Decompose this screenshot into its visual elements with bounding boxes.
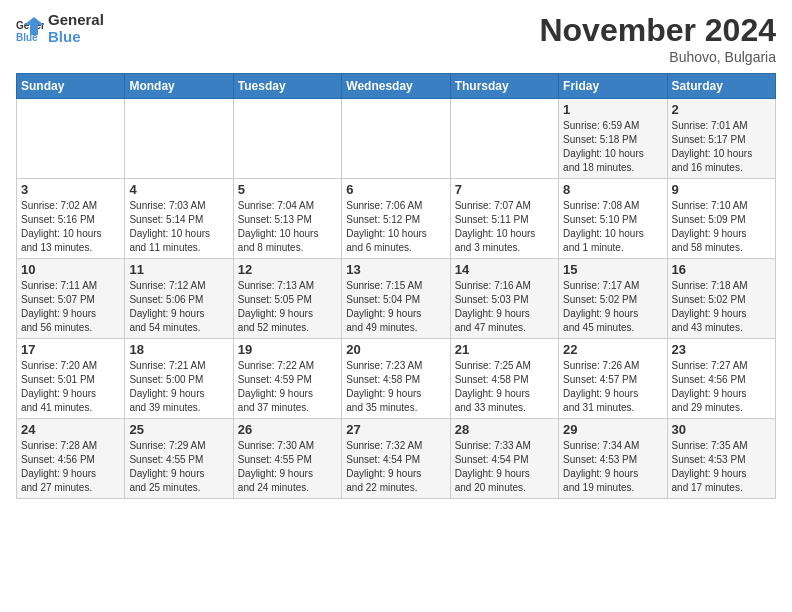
location: Buhovo, Bulgaria bbox=[539, 49, 776, 65]
calendar-cell: 1Sunrise: 6:59 AM Sunset: 5:18 PM Daylig… bbox=[559, 99, 667, 179]
calendar-cell: 13Sunrise: 7:15 AM Sunset: 5:04 PM Dayli… bbox=[342, 259, 450, 339]
day-info: Sunrise: 7:08 AM Sunset: 5:10 PM Dayligh… bbox=[563, 199, 662, 255]
calendar-table: Sunday Monday Tuesday Wednesday Thursday… bbox=[16, 73, 776, 499]
col-sunday: Sunday bbox=[17, 74, 125, 99]
day-info: Sunrise: 7:02 AM Sunset: 5:16 PM Dayligh… bbox=[21, 199, 120, 255]
day-info: Sunrise: 7:15 AM Sunset: 5:04 PM Dayligh… bbox=[346, 279, 445, 335]
day-number: 26 bbox=[238, 422, 337, 437]
calendar-cell: 18Sunrise: 7:21 AM Sunset: 5:00 PM Dayli… bbox=[125, 339, 233, 419]
day-number: 3 bbox=[21, 182, 120, 197]
day-info: Sunrise: 7:10 AM Sunset: 5:09 PM Dayligh… bbox=[672, 199, 771, 255]
day-info: Sunrise: 7:28 AM Sunset: 4:56 PM Dayligh… bbox=[21, 439, 120, 495]
day-info: Sunrise: 7:25 AM Sunset: 4:58 PM Dayligh… bbox=[455, 359, 554, 415]
day-info: Sunrise: 7:07 AM Sunset: 5:11 PM Dayligh… bbox=[455, 199, 554, 255]
calendar-cell: 26Sunrise: 7:30 AM Sunset: 4:55 PM Dayli… bbox=[233, 419, 341, 499]
calendar-cell: 23Sunrise: 7:27 AM Sunset: 4:56 PM Dayli… bbox=[667, 339, 775, 419]
day-number: 9 bbox=[672, 182, 771, 197]
calendar-cell: 8Sunrise: 7:08 AM Sunset: 5:10 PM Daylig… bbox=[559, 179, 667, 259]
logo: General Blue General Blue bbox=[16, 12, 104, 45]
day-number: 27 bbox=[346, 422, 445, 437]
calendar-week-row: 10Sunrise: 7:11 AM Sunset: 5:07 PM Dayli… bbox=[17, 259, 776, 339]
logo-icon: General Blue bbox=[16, 15, 44, 43]
logo-line2: Blue bbox=[48, 29, 104, 46]
calendar-cell: 25Sunrise: 7:29 AM Sunset: 4:55 PM Dayli… bbox=[125, 419, 233, 499]
day-number: 30 bbox=[672, 422, 771, 437]
calendar-cell: 11Sunrise: 7:12 AM Sunset: 5:06 PM Dayli… bbox=[125, 259, 233, 339]
col-saturday: Saturday bbox=[667, 74, 775, 99]
col-wednesday: Wednesday bbox=[342, 74, 450, 99]
day-number: 20 bbox=[346, 342, 445, 357]
day-info: Sunrise: 7:35 AM Sunset: 4:53 PM Dayligh… bbox=[672, 439, 771, 495]
calendar-cell: 2Sunrise: 7:01 AM Sunset: 5:17 PM Daylig… bbox=[667, 99, 775, 179]
day-number: 11 bbox=[129, 262, 228, 277]
calendar-cell: 17Sunrise: 7:20 AM Sunset: 5:01 PM Dayli… bbox=[17, 339, 125, 419]
calendar-cell: 20Sunrise: 7:23 AM Sunset: 4:58 PM Dayli… bbox=[342, 339, 450, 419]
day-number: 7 bbox=[455, 182, 554, 197]
calendar-week-row: 3Sunrise: 7:02 AM Sunset: 5:16 PM Daylig… bbox=[17, 179, 776, 259]
day-info: Sunrise: 7:04 AM Sunset: 5:13 PM Dayligh… bbox=[238, 199, 337, 255]
calendar-cell: 27Sunrise: 7:32 AM Sunset: 4:54 PM Dayli… bbox=[342, 419, 450, 499]
calendar-cell: 29Sunrise: 7:34 AM Sunset: 4:53 PM Dayli… bbox=[559, 419, 667, 499]
day-number: 28 bbox=[455, 422, 554, 437]
col-tuesday: Tuesday bbox=[233, 74, 341, 99]
calendar-cell: 6Sunrise: 7:06 AM Sunset: 5:12 PM Daylig… bbox=[342, 179, 450, 259]
day-number: 6 bbox=[346, 182, 445, 197]
calendar-cell: 12Sunrise: 7:13 AM Sunset: 5:05 PM Dayli… bbox=[233, 259, 341, 339]
day-number: 15 bbox=[563, 262, 662, 277]
day-number: 24 bbox=[21, 422, 120, 437]
calendar-cell: 16Sunrise: 7:18 AM Sunset: 5:02 PM Dayli… bbox=[667, 259, 775, 339]
day-number: 18 bbox=[129, 342, 228, 357]
day-info: Sunrise: 7:20 AM Sunset: 5:01 PM Dayligh… bbox=[21, 359, 120, 415]
calendar-cell bbox=[342, 99, 450, 179]
day-info: Sunrise: 7:26 AM Sunset: 4:57 PM Dayligh… bbox=[563, 359, 662, 415]
col-monday: Monday bbox=[125, 74, 233, 99]
day-number: 19 bbox=[238, 342, 337, 357]
header: General Blue General Blue November 2024 … bbox=[16, 12, 776, 65]
calendar-week-row: 1Sunrise: 6:59 AM Sunset: 5:18 PM Daylig… bbox=[17, 99, 776, 179]
calendar-cell: 10Sunrise: 7:11 AM Sunset: 5:07 PM Dayli… bbox=[17, 259, 125, 339]
calendar-cell: 21Sunrise: 7:25 AM Sunset: 4:58 PM Dayli… bbox=[450, 339, 558, 419]
day-number: 16 bbox=[672, 262, 771, 277]
day-info: Sunrise: 7:23 AM Sunset: 4:58 PM Dayligh… bbox=[346, 359, 445, 415]
day-info: Sunrise: 7:16 AM Sunset: 5:03 PM Dayligh… bbox=[455, 279, 554, 335]
day-info: Sunrise: 7:32 AM Sunset: 4:54 PM Dayligh… bbox=[346, 439, 445, 495]
day-info: Sunrise: 7:18 AM Sunset: 5:02 PM Dayligh… bbox=[672, 279, 771, 335]
calendar-cell: 24Sunrise: 7:28 AM Sunset: 4:56 PM Dayli… bbox=[17, 419, 125, 499]
calendar-cell bbox=[125, 99, 233, 179]
day-number: 29 bbox=[563, 422, 662, 437]
day-info: Sunrise: 7:21 AM Sunset: 5:00 PM Dayligh… bbox=[129, 359, 228, 415]
calendar-week-row: 17Sunrise: 7:20 AM Sunset: 5:01 PM Dayli… bbox=[17, 339, 776, 419]
day-number: 5 bbox=[238, 182, 337, 197]
day-number: 8 bbox=[563, 182, 662, 197]
day-number: 22 bbox=[563, 342, 662, 357]
day-info: Sunrise: 7:17 AM Sunset: 5:02 PM Dayligh… bbox=[563, 279, 662, 335]
day-number: 17 bbox=[21, 342, 120, 357]
calendar-week-row: 24Sunrise: 7:28 AM Sunset: 4:56 PM Dayli… bbox=[17, 419, 776, 499]
calendar-cell: 5Sunrise: 7:04 AM Sunset: 5:13 PM Daylig… bbox=[233, 179, 341, 259]
day-info: Sunrise: 6:59 AM Sunset: 5:18 PM Dayligh… bbox=[563, 119, 662, 175]
page-container: General Blue General Blue November 2024 … bbox=[0, 0, 792, 507]
calendar-cell: 19Sunrise: 7:22 AM Sunset: 4:59 PM Dayli… bbox=[233, 339, 341, 419]
day-number: 4 bbox=[129, 182, 228, 197]
day-info: Sunrise: 7:11 AM Sunset: 5:07 PM Dayligh… bbox=[21, 279, 120, 335]
day-number: 13 bbox=[346, 262, 445, 277]
day-number: 1 bbox=[563, 102, 662, 117]
day-number: 25 bbox=[129, 422, 228, 437]
col-thursday: Thursday bbox=[450, 74, 558, 99]
calendar-cell: 15Sunrise: 7:17 AM Sunset: 5:02 PM Dayli… bbox=[559, 259, 667, 339]
day-number: 23 bbox=[672, 342, 771, 357]
day-info: Sunrise: 7:13 AM Sunset: 5:05 PM Dayligh… bbox=[238, 279, 337, 335]
logo-line1: General bbox=[48, 12, 104, 29]
day-info: Sunrise: 7:06 AM Sunset: 5:12 PM Dayligh… bbox=[346, 199, 445, 255]
day-info: Sunrise: 7:34 AM Sunset: 4:53 PM Dayligh… bbox=[563, 439, 662, 495]
calendar-cell: 3Sunrise: 7:02 AM Sunset: 5:16 PM Daylig… bbox=[17, 179, 125, 259]
day-number: 2 bbox=[672, 102, 771, 117]
calendar-header-row: Sunday Monday Tuesday Wednesday Thursday… bbox=[17, 74, 776, 99]
day-number: 21 bbox=[455, 342, 554, 357]
day-info: Sunrise: 7:12 AM Sunset: 5:06 PM Dayligh… bbox=[129, 279, 228, 335]
day-info: Sunrise: 7:01 AM Sunset: 5:17 PM Dayligh… bbox=[672, 119, 771, 175]
calendar-cell: 28Sunrise: 7:33 AM Sunset: 4:54 PM Dayli… bbox=[450, 419, 558, 499]
day-number: 10 bbox=[21, 262, 120, 277]
calendar-cell: 14Sunrise: 7:16 AM Sunset: 5:03 PM Dayli… bbox=[450, 259, 558, 339]
day-info: Sunrise: 7:03 AM Sunset: 5:14 PM Dayligh… bbox=[129, 199, 228, 255]
